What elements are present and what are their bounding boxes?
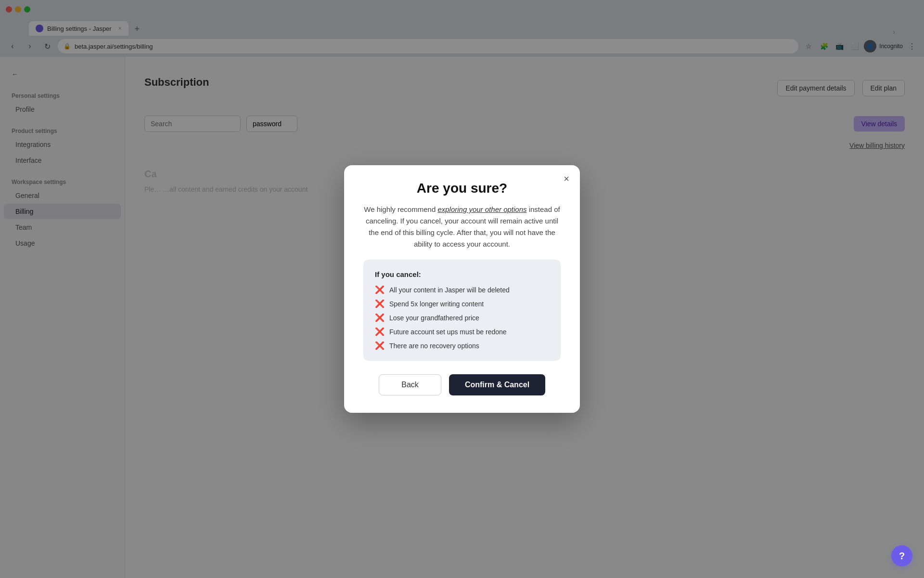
modal-description: We highly recommend exploring your other…: [363, 204, 561, 250]
x-icon-4: ❌: [375, 327, 385, 336]
modal-footer: Back Confirm & Cancel: [363, 374, 561, 395]
cancel-item-text-3: Lose your grandfathered price: [389, 314, 479, 322]
x-icon-3: ❌: [375, 313, 385, 322]
cancel-info-item-4: ❌ Future account set ups must be redone: [375, 327, 549, 336]
x-icon-1: ❌: [375, 285, 385, 294]
cancel-item-text-1: All your content in Jasper will be delet…: [389, 286, 510, 294]
confirm-cancel-modal: × Are you sure? We highly recommend expl…: [344, 165, 580, 413]
modal-desc-prefix: We highly recommend: [364, 205, 437, 213]
x-icon-2: ❌: [375, 299, 385, 308]
cancel-info-title: If you cancel:: [375, 270, 549, 278]
modal-desc-link[interactable]: exploring your other options: [437, 205, 526, 213]
confirm-cancel-button[interactable]: Confirm & Cancel: [449, 374, 545, 395]
modal-close-button[interactable]: ×: [564, 174, 569, 184]
cancel-info-item-2: ❌ Spend 5x longer writing content: [375, 299, 549, 308]
modal-overlay[interactable]: × Are you sure? We highly recommend expl…: [0, 0, 924, 578]
cancel-info-item-1: ❌ All your content in Jasper will be del…: [375, 285, 549, 294]
cancel-item-text-2: Spend 5x longer writing content: [389, 300, 484, 308]
cancel-info-box: If you cancel: ❌ All your content in Jas…: [363, 260, 561, 361]
cancel-item-text-4: Future account set ups must be redone: [389, 328, 507, 336]
cancel-info-item-5: ❌ There are no recovery options: [375, 341, 549, 350]
modal-title: Are you sure?: [363, 181, 561, 196]
back-button-modal[interactable]: Back: [379, 374, 441, 395]
x-icon-5: ❌: [375, 341, 385, 350]
cancel-info-item-3: ❌ Lose your grandfathered price: [375, 313, 549, 322]
help-button[interactable]: ?: [891, 545, 912, 566]
cancel-item-text-5: There are no recovery options: [389, 342, 479, 350]
help-icon: ?: [899, 551, 905, 562]
